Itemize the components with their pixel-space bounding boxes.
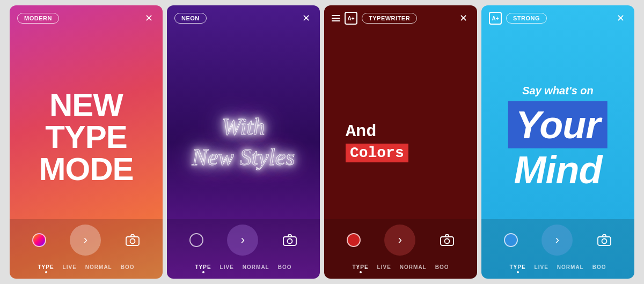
neon-line2: New Styles (192, 144, 295, 170)
camera-svg-4 (597, 234, 611, 246)
svg-point-1 (130, 239, 135, 244)
camera-controls-1: › (10, 219, 163, 261)
style-pill-neon[interactable]: NEON (174, 13, 207, 24)
tab-type-4[interactable]: TYPE (505, 263, 530, 274)
color-dot-3[interactable] (347, 233, 361, 247)
shutter-arrow-2: › (241, 233, 245, 247)
mode-tabs-3: TYPE LIVE NORMAL BOO (324, 261, 477, 279)
svg-point-3 (287, 239, 292, 244)
format-icon-4[interactable]: A+ (489, 12, 502, 25)
style-pill-strong[interactable]: STRONG (506, 13, 547, 24)
screen-1-header: MODERN ✕ (10, 5, 163, 31)
screen-3-header: A+ TYPEWRITER ✕ (324, 5, 477, 31)
shutter-button-3[interactable]: › (384, 225, 415, 256)
screen-4-header: A+ STRONG ✕ (481, 5, 634, 31)
close-button-3[interactable]: ✕ (457, 12, 470, 25)
screen-4-content: Say what's on Your Mind (489, 85, 627, 189)
shutter-arrow-4: › (555, 233, 559, 247)
camera-icon-1[interactable] (125, 233, 140, 248)
svg-rect-4 (441, 237, 453, 245)
mode-tabs-4: TYPE LIVE NORMAL BOO (481, 261, 634, 279)
shutter-arrow-1: › (84, 233, 87, 247)
mode-indicator-3 (360, 271, 362, 273)
svg-rect-0 (126, 237, 139, 245)
tab-normal-2[interactable]: NORMAL (238, 263, 274, 274)
screen-1-content: NEW TYPE MODE (17, 89, 155, 185)
shutter-button-4[interactable]: › (541, 225, 573, 256)
tab-boo-1[interactable]: BOO (116, 263, 139, 274)
mode-indicator-2 (202, 271, 204, 273)
shutter-button-2[interactable]: › (227, 225, 258, 256)
camera-controls-4: › (481, 219, 634, 261)
screen-2-header: NEON ✕ (167, 5, 320, 31)
screen-2-bottom: › TYPE LIVE NORMAL BOO (167, 219, 320, 279)
typewriter-and: And (346, 122, 477, 141)
screens-container: MODERN ✕ NEW TYPE MODE › (0, 0, 644, 284)
screen-3-content: And Colors (346, 122, 477, 162)
neon-line1: With (222, 114, 265, 140)
tab-live-1[interactable]: LIVE (58, 263, 81, 274)
color-dot-2[interactable] (189, 233, 203, 247)
modern-text-line1: NEW (17, 89, 155, 121)
modern-text-line2: TYPE (17, 121, 155, 153)
screen-typewriter: A+ TYPEWRITER ✕ And Colors › (324, 5, 477, 279)
mode-indicator-4 (517, 271, 519, 273)
typewriter-colors: Colors (346, 144, 408, 162)
camera-controls-2: › (167, 219, 320, 261)
camera-svg-3 (440, 234, 454, 246)
screen-3-bottom: › TYPE LIVE NORMAL BOO (324, 219, 477, 279)
camera-icon-4[interactable] (597, 233, 612, 248)
strong-highlight-box: Your (508, 101, 608, 148)
mode-tabs-2: TYPE LIVE NORMAL BOO (167, 261, 320, 279)
tab-live-2[interactable]: LIVE (216, 263, 238, 274)
tab-boo-4[interactable]: BOO (588, 263, 611, 274)
tab-type-2[interactable]: TYPE (191, 263, 215, 274)
tab-live-3[interactable]: LIVE (373, 263, 396, 274)
close-button-2[interactable]: ✕ (299, 12, 312, 25)
tab-normal-3[interactable]: NORMAL (396, 263, 431, 274)
style-pill-typewriter[interactable]: TYPEWRITER (362, 13, 417, 24)
camera-icon-3[interactable] (440, 233, 455, 248)
menu-icon[interactable] (332, 15, 340, 21)
close-button-4[interactable]: ✕ (614, 12, 627, 25)
color-dot-4[interactable] (504, 233, 518, 247)
header-left-4: A+ STRONG (489, 12, 547, 25)
neon-text: With New Styles (174, 111, 312, 173)
svg-rect-2 (283, 237, 296, 245)
svg-rect-6 (598, 237, 611, 245)
svg-point-7 (602, 239, 606, 244)
style-pill-modern[interactable]: MODERN (17, 13, 59, 24)
modern-text-line3: MODE (17, 153, 155, 185)
strong-mind: Mind (489, 151, 627, 189)
tab-boo-3[interactable]: BOO (431, 263, 453, 274)
shutter-button-1[interactable]: › (70, 225, 101, 256)
close-button-1[interactable]: ✕ (142, 12, 155, 25)
screen-neon: NEON ✕ With New Styles › (167, 5, 320, 279)
camera-svg-1 (126, 234, 140, 246)
color-dot-1[interactable] (32, 233, 46, 247)
tab-live-4[interactable]: LIVE (530, 263, 553, 274)
screen-strong: A+ STRONG ✕ Say what's on Your Mind › (481, 5, 634, 279)
svg-point-5 (444, 239, 449, 244)
header-left: MODERN (17, 13, 59, 24)
strong-subtitle: Say what's on (489, 85, 627, 97)
screen-2-content: With New Styles (174, 111, 312, 173)
mode-tabs-1: TYPE LIVE NORMAL BOO (10, 261, 163, 279)
screen-1-bottom: › TYPE LIVE NORMAL BOO (10, 219, 163, 279)
screen-modern: MODERN ✕ NEW TYPE MODE › (10, 5, 163, 279)
format-icon[interactable]: A+ (345, 12, 357, 25)
header-left-3: A+ TYPEWRITER (332, 12, 417, 25)
strong-your: Your (516, 103, 600, 146)
camera-svg-2 (283, 234, 297, 246)
shutter-arrow-3: › (398, 233, 402, 247)
mode-indicator-1 (45, 271, 47, 273)
tab-type-1[interactable]: TYPE (33, 263, 58, 274)
screen-4-bottom: › TYPE LIVE NORMAL BOO (481, 219, 634, 279)
tab-normal-1[interactable]: NORMAL (81, 263, 116, 274)
header-left-2: NEON (174, 13, 207, 24)
tab-normal-4[interactable]: NORMAL (553, 263, 588, 274)
camera-controls-3: › (324, 219, 477, 261)
tab-type-3[interactable]: TYPE (348, 263, 372, 274)
tab-boo-2[interactable]: BOO (274, 263, 296, 274)
camera-icon-2[interactable] (282, 233, 297, 248)
